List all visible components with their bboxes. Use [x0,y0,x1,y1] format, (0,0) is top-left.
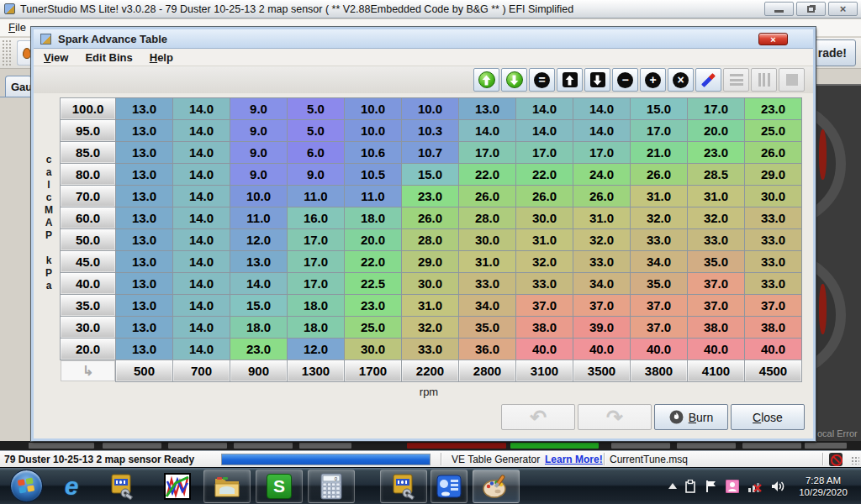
rpm-bin-header[interactable]: 3500 [573,360,630,381]
map-bin-header[interactable]: 40.0 [61,273,115,294]
table-cell[interactable]: 35.0 [688,251,744,272]
table-cell[interactable]: 39.0 [573,317,630,338]
table-cell[interactable]: 14.0 [573,120,630,141]
table-cell[interactable]: 23.0 [345,295,401,316]
table-cell[interactable]: 13.0 [116,229,172,250]
table-cell[interactable]: 13.0 [459,98,515,119]
rpm-bin-header[interactable]: 1700 [345,360,401,381]
table-cell[interactable]: 32.0 [573,229,630,250]
table-cell[interactable]: 14.0 [173,295,230,316]
scale-up-button[interactable] [473,68,499,92]
start-button[interactable] [10,470,43,502]
table-cell[interactable]: 15.0 [230,295,287,316]
table-cell[interactable]: 20.0 [345,229,401,250]
table-cell[interactable]: 40.0 [631,339,687,360]
decrease-button[interactable]: − [612,68,638,92]
table-cell[interactable]: 30.0 [745,186,801,207]
map-bin-header[interactable]: 50.0 [61,229,115,250]
table-cell[interactable]: 14.0 [459,120,515,141]
table-cell[interactable]: 29.0 [402,251,458,272]
table-cell[interactable]: 17.0 [459,142,515,163]
table-cell[interactable]: 33.0 [745,207,801,228]
redo-button[interactable]: ↷ [578,404,652,430]
tray-clock[interactable]: 7:28 AM 10/29/2020 [790,475,856,498]
map-bin-header[interactable]: 45.0 [61,251,115,272]
table-cell[interactable]: 20.0 [688,120,744,141]
rpm-bin-header[interactable]: 1300 [288,360,344,381]
dialog-menu-view[interactable]: View [44,51,68,64]
table-cell[interactable]: 17.0 [631,120,687,141]
tray-network-icon[interactable] [747,480,763,493]
table-cell[interactable]: 6.0 [288,142,344,163]
table-cell[interactable]: 23.0 [230,339,287,360]
burn-button[interactable]: Burn [654,404,728,430]
table-cell[interactable]: 31.0 [516,229,573,250]
table-cell[interactable]: 13.0 [116,186,172,207]
rpm-bin-header[interactable]: 2200 [402,360,458,381]
taskbar-explorer[interactable] [203,470,251,503]
rpm-bin-header[interactable]: 700 [173,360,230,381]
map-bin-header[interactable]: 70.0 [61,186,115,207]
table-cell[interactable]: 26.0 [459,186,515,207]
table-cell[interactable]: 10.0 [402,98,458,119]
table-cell[interactable]: 14.0 [173,98,230,119]
table-cell[interactable]: 33.0 [402,339,458,360]
table-cell[interactable]: 12.0 [230,229,287,250]
table-cell[interactable]: 28.0 [459,207,515,228]
table-cell[interactable]: 30.0 [345,339,401,360]
table-cell[interactable]: 40.0 [745,339,801,360]
dialog-menu-help[interactable]: Help [150,51,173,64]
table-cell[interactable]: 24.0 [573,164,630,185]
table-cell[interactable]: 35.0 [459,317,515,338]
map-bin-header[interactable]: 20.0 [61,339,115,360]
table-cell[interactable]: 17.0 [288,251,344,272]
table-cell[interactable]: 10.0 [345,120,401,141]
table-cell[interactable]: 34.0 [573,273,630,294]
table-cell[interactable]: 14.0 [230,273,287,294]
table-cell[interactable]: 26.0 [402,207,458,228]
taskbar-ie[interactable]: e [54,470,89,503]
table-cell[interactable]: 33.0 [516,273,573,294]
table-cell[interactable]: 37.0 [573,295,630,316]
rpm-bin-header[interactable]: 500 [116,360,172,381]
table-cell[interactable]: 22.0 [459,164,515,185]
table-cell[interactable]: 5.0 [288,98,344,119]
pencil-button[interactable] [695,68,721,92]
table-cell[interactable]: 31.0 [459,251,515,272]
table-cell[interactable]: 9.0 [230,98,287,119]
table-cell[interactable]: 14.0 [516,120,573,141]
taskbar-megalogviewer[interactable] [160,470,195,503]
table-cell[interactable]: 15.0 [631,98,687,119]
rpm-bin-header[interactable]: 3800 [631,360,687,381]
table-cell[interactable]: 33.0 [745,273,801,294]
table-cell[interactable]: 26.0 [745,142,801,163]
table-cell[interactable]: 14.0 [173,251,230,272]
table-cell[interactable]: 37.0 [688,273,744,294]
table-cell[interactable]: 9.0 [230,142,287,163]
table-cell[interactable]: 10.7 [402,142,458,163]
table-cell[interactable]: 14.0 [173,164,230,185]
taskbar-paint[interactable] [473,470,520,503]
table-cell[interactable]: 34.0 [631,251,687,272]
table-cell[interactable]: 10.3 [402,120,458,141]
table-cell[interactable]: 13.0 [116,317,172,338]
table-cell[interactable]: 18.0 [345,207,401,228]
undo-button[interactable]: ↶ [501,404,575,430]
axis-corner[interactable]: ↳ [61,360,115,381]
minimize-button[interactable] [764,2,794,16]
table-cell[interactable]: 18.0 [288,295,344,316]
increase-button[interactable]: + [640,68,666,92]
close-button[interactable]: Close [731,404,805,430]
dialog-close-button[interactable]: × [758,33,788,45]
shift-up-button[interactable] [557,68,583,92]
table-cell[interactable]: 38.0 [745,317,801,338]
table-cell[interactable]: 30.0 [402,273,458,294]
rpm-bin-header[interactable]: 3100 [516,360,573,381]
table-cell[interactable]: 14.0 [516,98,573,119]
table-cell[interactable]: 33.0 [459,273,515,294]
table-cell[interactable]: 21.0 [631,142,687,163]
tray-flag-icon[interactable] [705,480,717,493]
table-cell[interactable]: 37.0 [631,295,687,316]
tray-expand-icon[interactable] [668,483,677,490]
taskbar-display-app[interactable] [430,470,467,503]
